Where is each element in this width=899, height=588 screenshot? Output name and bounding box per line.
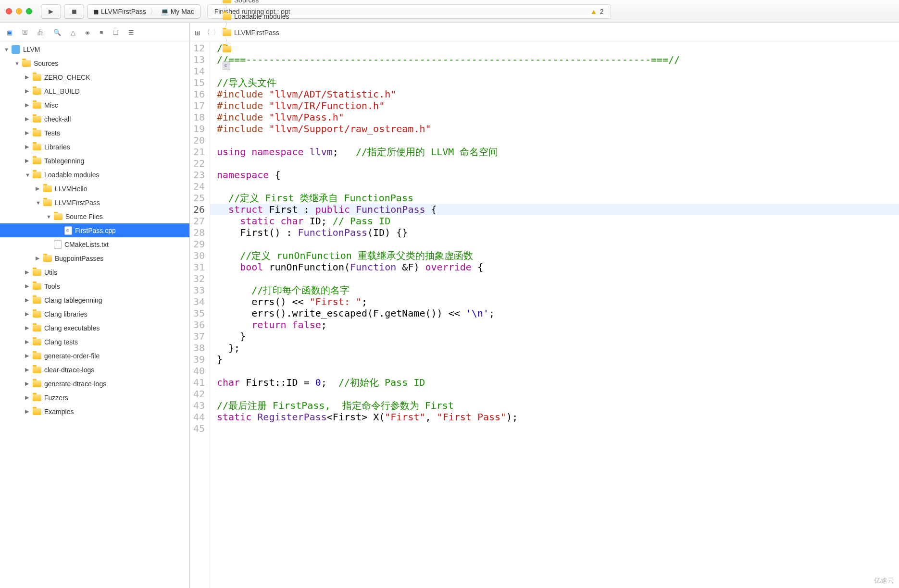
- disclosure-closed-icon[interactable]: ▶: [25, 144, 30, 150]
- code-line[interactable]: [217, 158, 899, 169]
- code-line[interactable]: #include "llvm/IR/Function.h": [217, 100, 899, 111]
- disclosure-open-icon[interactable]: ▼: [4, 47, 9, 52]
- tree-row-llvmhello[interactable]: ▶LLVMHello: [0, 182, 189, 196]
- tree-row-generate-dtrace-logs[interactable]: ▶generate-dtrace-logs: [0, 377, 189, 391]
- run-button[interactable]: ▶: [41, 4, 61, 19]
- code-line[interactable]: }: [217, 354, 899, 365]
- symbol-navigator-icon[interactable]: 品: [37, 28, 44, 37]
- code-editor[interactable]: 1213141516171819202122232425262728293031…: [190, 42, 899, 588]
- scheme-selector[interactable]: ◼ LLVMFirstPass 〉 💻 My Mac: [87, 4, 200, 19]
- tree-row-utils[interactable]: ▶Utils: [0, 265, 189, 279]
- code-line[interactable]: errs().write_escaped(F.getName()) << '\n…: [217, 307, 899, 319]
- disclosure-closed-icon[interactable]: ▶: [25, 283, 30, 289]
- zoom-icon[interactable]: [26, 8, 32, 14]
- code-line[interactable]: //定义 runOnFunction 重载继承父类的抽象虚函数: [217, 250, 899, 261]
- debug-navigator-icon[interactable]: ≡: [100, 29, 103, 36]
- tree-row-examples[interactable]: ▶Examples: [0, 404, 189, 418]
- code-line[interactable]: //定义 First 类继承自 FunctionPass: [217, 192, 899, 204]
- tree-row-clang-tests[interactable]: ▶Clang tests: [0, 335, 189, 349]
- tree-row-bugpointpasses[interactable]: ▶BugpointPasses: [0, 251, 189, 265]
- disclosure-open-icon[interactable]: ▼: [46, 214, 51, 220]
- tree-row-sources[interactable]: ▼Sources: [0, 56, 189, 70]
- code-line[interactable]: static RegisterPass<First> X("First", "F…: [217, 411, 899, 423]
- code-line[interactable]: namespace {: [217, 169, 899, 181]
- code-line[interactable]: #include "llvm/Pass.h": [217, 111, 899, 123]
- code-line[interactable]: [217, 388, 899, 400]
- stop-button[interactable]: ◼: [64, 4, 84, 19]
- tree-row-libraries[interactable]: ▶Libraries: [0, 140, 189, 154]
- code-line[interactable]: struct First : public FunctionPass {: [210, 204, 899, 215]
- tree-row-fuzzers[interactable]: ▶Fuzzers: [0, 391, 189, 404]
- code-line[interactable]: };: [217, 342, 899, 354]
- warning-icon[interactable]: ▲: [590, 8, 597, 15]
- disclosure-open-icon[interactable]: ▼: [25, 172, 30, 178]
- breadcrumb-item[interactable]: LLVMFirstPass: [223, 29, 289, 37]
- breakpoint-navigator-icon[interactable]: ❏: [113, 29, 119, 36]
- code-line[interactable]: }: [217, 331, 899, 342]
- disclosure-closed-icon[interactable]: ▶: [25, 394, 30, 401]
- breadcrumb-item[interactable]: Sources: [223, 0, 289, 4]
- project-navigator[interactable]: ▼LLVM▼Sources▶ZERO_CHECK▶ALL_BUILD▶Misc▶…: [0, 42, 190, 588]
- disclosure-closed-icon[interactable]: ▶: [25, 116, 30, 122]
- tree-row-tools[interactable]: ▶Tools: [0, 279, 189, 293]
- disclosure-closed-icon[interactable]: ▶: [25, 88, 30, 94]
- disclosure-closed-icon[interactable]: ▶: [25, 380, 30, 387]
- tree-row-check-all[interactable]: ▶check-all: [0, 112, 189, 126]
- issue-navigator-icon[interactable]: △: [71, 29, 75, 36]
- disclosure-closed-icon[interactable]: ▶: [25, 353, 30, 359]
- code-line[interactable]: First() : FunctionPass(ID) {}: [217, 227, 899, 238]
- disclosure-closed-icon[interactable]: ▶: [25, 339, 30, 345]
- project-navigator-icon[interactable]: ▣: [7, 29, 12, 36]
- disclosure-closed-icon[interactable]: ▶: [25, 311, 30, 317]
- code-line[interactable]: return false;: [217, 319, 899, 331]
- code-area[interactable]: ////===---------------------------------…: [210, 42, 899, 588]
- disclosure-closed-icon[interactable]: ▶: [25, 74, 30, 80]
- disclosure-closed-icon[interactable]: ▶: [25, 158, 30, 164]
- tree-row-tablegenning[interactable]: ▶Tablegenning: [0, 154, 189, 168]
- disclosure-closed-icon[interactable]: ▶: [25, 297, 30, 303]
- disclosure-closed-icon[interactable]: ▶: [25, 408, 30, 415]
- code-line[interactable]: [217, 365, 899, 377]
- disclosure-closed-icon[interactable]: ▶: [36, 255, 40, 261]
- tree-row-zero-check[interactable]: ▶ZERO_CHECK: [0, 70, 189, 84]
- code-line[interactable]: #include "llvm/ADT/Statistic.h": [217, 88, 899, 100]
- code-line[interactable]: [217, 273, 899, 284]
- code-line[interactable]: #include "llvm/Support/raw_ostream.h": [217, 123, 899, 135]
- tree-row-loadable-modules[interactable]: ▼Loadable modules: [0, 168, 189, 182]
- tree-row-misc[interactable]: ▶Misc: [0, 98, 189, 112]
- source-control-icon[interactable]: ☒: [22, 29, 28, 36]
- code-line[interactable]: //===-----------------------------------…: [217, 54, 899, 65]
- code-line[interactable]: [217, 135, 899, 146]
- go-back-icon[interactable]: 〈: [203, 28, 210, 37]
- minimize-icon[interactable]: [16, 8, 22, 14]
- disclosure-closed-icon[interactable]: ▶: [25, 130, 30, 136]
- disclosure-closed-icon[interactable]: ▶: [25, 367, 30, 373]
- code-line[interactable]: //导入头文件: [217, 77, 899, 88]
- report-navigator-icon[interactable]: ☰: [128, 29, 134, 36]
- test-navigator-icon[interactable]: ◈: [85, 29, 90, 36]
- disclosure-open-icon[interactable]: ▼: [14, 61, 19, 66]
- tree-row-cmakelists-txt[interactable]: CMakeLists.txt: [0, 237, 189, 251]
- disclosure-open-icon[interactable]: ▼: [36, 200, 40, 206]
- tree-row-llvmfirstpass[interactable]: ▼LLVMFirstPass: [0, 196, 189, 209]
- code-line[interactable]: static char ID; // Pass ID: [217, 215, 899, 227]
- disclosure-closed-icon[interactable]: ▶: [25, 325, 30, 331]
- code-line[interactable]: [217, 65, 899, 77]
- tree-row-clang-executables[interactable]: ▶Clang executables: [0, 321, 189, 335]
- tree-row-clang-tablegenning[interactable]: ▶Clang tablegenning: [0, 293, 189, 307]
- tree-row-clang-libraries[interactable]: ▶Clang libraries: [0, 307, 189, 321]
- code-line[interactable]: //最后注册 FirstPass, 指定命令行参数为 First: [217, 400, 899, 411]
- disclosure-closed-icon[interactable]: ▶: [25, 269, 30, 275]
- code-line[interactable]: using namespace llvm; //指定所使用的 LLVM 命名空间: [217, 146, 899, 158]
- code-line[interactable]: bool runOnFunction(Function &F) override…: [217, 261, 899, 273]
- go-forward-icon[interactable]: 〉: [213, 28, 220, 37]
- tree-row-tests[interactable]: ▶Tests: [0, 126, 189, 140]
- tree-row-all-build[interactable]: ▶ALL_BUILD: [0, 84, 189, 98]
- code-line[interactable]: [217, 423, 899, 434]
- tree-row-llvm[interactable]: ▼LLVM: [0, 42, 189, 56]
- find-navigator-icon[interactable]: 🔍: [53, 29, 61, 36]
- code-line[interactable]: char First::ID = 0; //初始化 Pass ID: [217, 377, 899, 388]
- code-line[interactable]: [217, 181, 899, 192]
- code-line[interactable]: errs() << "First: ";: [217, 296, 899, 307]
- tree-row-firstpass-cpp[interactable]: FirstPass.cpp: [0, 223, 189, 237]
